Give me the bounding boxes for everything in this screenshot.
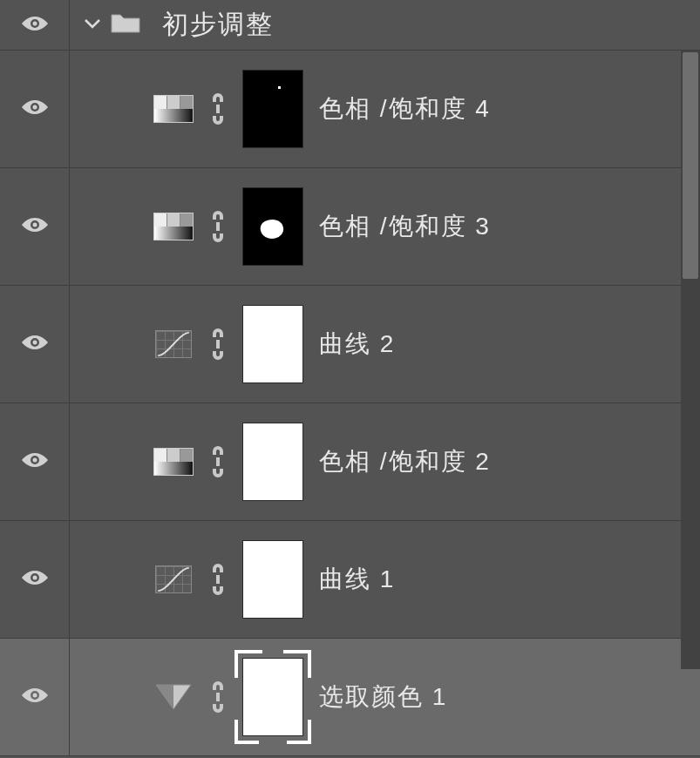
link-icon[interactable] — [206, 562, 230, 597]
curves-icon[interactable] — [153, 328, 194, 360]
group-label: 初步调整 — [162, 7, 274, 43]
svg-point-6 — [32, 694, 37, 698]
layer-mask-thumbnail[interactable] — [242, 540, 303, 619]
visibility-toggle[interactable] — [0, 0, 70, 50]
svg-point-1 — [32, 105, 37, 110]
layers-panel: 初步调整 色相 /饱和度 4 — [0, 0, 700, 758]
visibility-toggle[interactable] — [0, 168, 70, 285]
layer-name[interactable]: 选取颜色 1 — [319, 680, 447, 714]
hue-saturation-icon[interactable] — [153, 446, 194, 477]
layer-mask-thumbnail[interactable] — [242, 305, 303, 383]
layer-row[interactable]: 色相 /饱和度 4 — [0, 51, 700, 168]
svg-point-2 — [32, 223, 37, 227]
eye-icon — [19, 214, 51, 239]
svg-point-4 — [32, 458, 37, 463]
folder-icon — [110, 11, 141, 39]
chevron-down-icon[interactable] — [84, 17, 101, 33]
visibility-toggle[interactable] — [0, 521, 70, 638]
layer-name[interactable]: 曲线 2 — [319, 328, 395, 361]
layer-name[interactable]: 曲线 1 — [319, 563, 395, 596]
layer-group-row[interactable]: 初步调整 — [0, 0, 700, 51]
curves-icon[interactable] — [153, 564, 194, 595]
layer-name[interactable]: 色相 /饱和度 3 — [319, 210, 491, 243]
eye-icon — [19, 97, 51, 121]
scrollbar-thumb[interactable] — [683, 52, 698, 279]
layer-row[interactable]: 色相 /饱和度 2 — [0, 403, 700, 521]
link-icon[interactable] — [206, 91, 230, 126]
link-icon[interactable] — [206, 444, 230, 479]
eye-icon — [19, 450, 51, 474]
eye-icon — [19, 685, 51, 709]
layer-row[interactable]: 曲线 1 — [0, 521, 700, 639]
layer-name[interactable]: 色相 /饱和度 2 — [319, 445, 491, 478]
layer-row[interactable]: 选取颜色 1 — [0, 639, 700, 756]
layer-mask-thumbnail[interactable] — [242, 423, 303, 501]
svg-point-3 — [32, 341, 37, 345]
layer-row[interactable]: 色相 /饱和度 3 — [0, 168, 700, 286]
scrollbar[interactable] — [681, 51, 700, 669]
link-icon[interactable] — [206, 327, 230, 362]
eye-icon — [19, 567, 51, 592]
selective-color-icon[interactable] — [153, 681, 194, 713]
link-icon[interactable] — [206, 209, 230, 244]
visibility-toggle[interactable] — [0, 639, 70, 755]
link-icon[interactable] — [206, 680, 230, 714]
eye-icon — [19, 13, 51, 37]
hue-saturation-icon[interactable] — [153, 93, 194, 125]
layer-row[interactable]: 曲线 2 — [0, 286, 700, 403]
hue-saturation-icon[interactable] — [153, 211, 194, 242]
layer-mask-thumbnail[interactable] — [242, 70, 303, 148]
layer-name[interactable]: 色相 /饱和度 4 — [319, 92, 491, 125]
visibility-toggle[interactable] — [0, 51, 70, 167]
eye-icon — [19, 332, 51, 356]
visibility-toggle[interactable] — [0, 403, 70, 520]
svg-point-5 — [32, 576, 37, 580]
svg-point-0 — [32, 21, 37, 25]
visibility-toggle[interactable] — [0, 286, 70, 403]
layer-mask-thumbnail[interactable] — [242, 187, 303, 266]
layer-mask-thumbnail[interactable] — [242, 658, 303, 736]
